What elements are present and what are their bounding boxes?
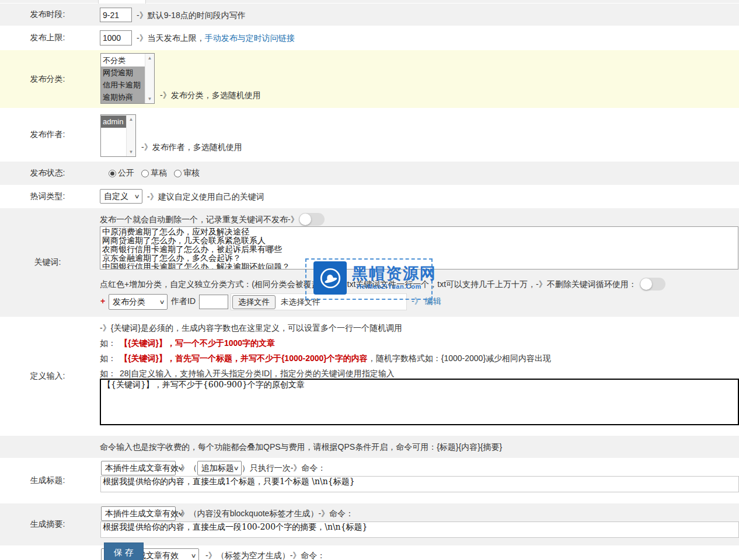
chevron-down-icon: ∨ — [159, 299, 165, 305]
row-publish-status: 发布状态: 公开草稿审核 — [0, 162, 739, 185]
category-scrollbar[interactable]: ▲ ▼ — [145, 54, 154, 103]
example-rest: ，随机字数格式如：{1000-2000}减少相同内容出现 — [368, 354, 551, 364]
publish-category-multiselect[interactable]: 不分类网贷逾期信用卡逾期逾期协商 ▲ ▼ — [100, 53, 155, 104]
publish-status-label: 发布状态: — [0, 168, 95, 178]
publish-time-label: 发布时段: — [0, 9, 95, 20]
publish-author-label: 发布作者: — [0, 130, 95, 140]
example-prefix: 如： — [100, 354, 116, 364]
gen-summary-mode-select[interactable]: 本插件生成文章有效 ∨ — [101, 506, 176, 521]
gen-summary-mid: -》（内容没有blockquote标签才生成）-》命令： — [178, 509, 354, 519]
row-publish-time: 发布时段: -》默认9-18点的时间段内写作 — [0, 4, 739, 26]
scroll-up-icon[interactable]: ▲ — [145, 55, 154, 61]
no-file-text: 未选择文件 — [281, 297, 320, 307]
publish-author-multiselect[interactable]: admin ▲ ▼ — [100, 114, 136, 157]
bottom-mid-text: -》（标签为空才生成）-》命令： — [205, 551, 325, 560]
radio-icon[interactable] — [174, 170, 182, 177]
row-publish-category: 发布分类: 不分类网贷逾期信用卡逾期逾期协商 ▲ ▼ -》发布分类，多选随机使用 — [0, 50, 739, 108]
status-radio-草稿[interactable]: 草稿 — [141, 168, 167, 178]
example-red-1: 【{关键词}】，写一个不少于1000字的文章 — [120, 338, 275, 349]
scroll-up-icon[interactable]: ▲ — [127, 117, 135, 122]
gen-title-label: 生成标题: — [0, 475, 95, 486]
chevron-down-icon: ∨ — [190, 552, 196, 559]
row-gen-title: 生成标题: 本插件生成文章有效 ∨ -》（ 追加标题 ∨ ）只执行一次-》命令：… — [0, 458, 739, 503]
keywords-textarea[interactable]: 中原消费逾期了怎么办，应对及解决途径 网商贷逾期了怎么办，几天会联系紧急联系人 … — [100, 226, 738, 270]
row-publish-author: 发布作者: admin ▲ ▼ -》发布作者，多选随机使用 — [0, 108, 739, 162]
example-prefix: 如： — [100, 369, 116, 379]
radio-icon[interactable] — [141, 170, 149, 177]
row-hotword-type: 热词类型: 自定义 ∨ -》建议自定义使用自己的关键词 — [0, 185, 739, 208]
row-define-input: 定义输入: -》{关键词}是必须的，生成内容字数也在这里定义，可以设置多个一行一… — [0, 317, 739, 436]
radio-label: 公开 — [118, 168, 134, 178]
example-line-3: 28|自定义输入，支持输入开头指定分类ID|，指定分类的关键词使用指定输入 — [120, 369, 395, 379]
option-信用卡逾期[interactable]: 信用卡逾期 — [101, 79, 145, 91]
add-category-button[interactable]: + — [100, 296, 105, 306]
gen-summary-label: 生成摘要: — [0, 519, 95, 530]
row-keywords: 关键词: 发布一个就会自动删除一个，记录重复关键词不发布-》 中原消费逾期了怎么… — [0, 208, 739, 317]
row-command-note: 命令输入也是按字收费的，每个功能都会叠加QPS与费用，请根据QPS条件开启，命令… — [0, 436, 739, 458]
publish-limit-input[interactable] — [100, 30, 132, 46]
keyword-file-input[interactable]: 选择文件 未选择文件 — [231, 293, 407, 310]
option-网贷逾期[interactable]: 网贷逾期 — [101, 66, 145, 79]
keywords-hint: 点红色+增加分类，自定义独立分类方式：(相同分类会被覆盖)，上传txt关键词文件… — [100, 279, 637, 290]
save-button[interactable]: 保 存 — [104, 542, 144, 560]
example-red-2: 【{关键词}】，首先写一个标题，并写不少于{1000-2000}个字的内容 — [120, 354, 368, 364]
append-title-select[interactable]: 追加标题 ∨ — [197, 461, 242, 475]
edit-link[interactable]: 编辑 — [425, 296, 441, 307]
define-input-line1: -》{关键词}是必须的，生成内容字数也在这里定义，可以设置多个一行一个随机调用 — [100, 323, 402, 334]
option-逾期协商[interactable]: 逾期协商 — [101, 91, 145, 103]
gen-summary-command-textarea[interactable]: 根据我提供给你的内容，直接生成一段100-200个字的摘要，\n\n{标题} — [100, 522, 739, 538]
gen-title-command-textarea[interactable]: 根据我提供给你的内容，直接生成1个标题，只要1个标题 \n\n{标题} — [100, 476, 739, 492]
publish-limit-label: 发布上限: — [0, 33, 95, 43]
chevron-down-icon: ∨ — [233, 465, 239, 471]
keyword-category-select[interactable]: 发布分类 ∨ — [109, 294, 168, 310]
publish-category-desc: -》发布分类，多选随机使用 — [160, 90, 261, 101]
define-input-textarea[interactable]: 【{关键词}】，并写不少于{600-900}个字的原创文章 — [100, 379, 739, 425]
keywords-toggle-desc: 发布一个就会自动删除一个，记录重复关键词不发布-》 — [100, 215, 299, 225]
author-scrollbar[interactable]: ▲ ▼ — [126, 115, 135, 156]
manual-publish-link[interactable]: 手动发布与定时访问链接 — [205, 33, 295, 44]
publish-category-label: 发布分类: — [0, 74, 95, 85]
gen-title-mode-select[interactable]: 本插件生成文章有效 ∨ — [101, 461, 176, 475]
chevron-down-icon: ∨ — [178, 510, 184, 517]
plugin-settings-page: 发布时段: -》默认9-18点的时间段内写作 发布上限: -》当天发布上限， 手… — [0, 0, 739, 560]
keywords-label: 关键词: — [0, 257, 95, 268]
keep-keywords-toggle[interactable] — [640, 278, 665, 290]
edit-arrow: -》 — [412, 296, 423, 307]
command-note-text: 命令输入也是按字收费的，每个功能都会叠加QPS与费用，请根据QPS条件开启，命令… — [100, 442, 502, 453]
define-input-label: 定义输入: — [0, 371, 95, 382]
option-不分类[interactable]: 不分类 — [101, 54, 145, 66]
auto-delete-toggle[interactable] — [299, 213, 325, 226]
publish-limit-desc: -》当天发布上限， — [137, 33, 205, 44]
chevron-down-icon: ∨ — [178, 465, 184, 471]
hotword-type-desc: -》建议自定义使用自己的关键词 — [147, 192, 264, 202]
status-radio-审核[interactable]: 审核 — [174, 168, 200, 178]
gen-title-mid2: ）只执行一次-》命令： — [242, 463, 326, 474]
radio-icon[interactable] — [109, 170, 116, 177]
publish-time-desc: -》默认9-18点的时间段内写作 — [137, 10, 246, 21]
radio-label: 草稿 — [151, 168, 167, 178]
publish-time-input[interactable] — [100, 8, 132, 22]
example-prefix: 如： — [100, 338, 116, 349]
hotword-type-select[interactable]: 自定义 ∨ — [100, 189, 142, 204]
scroll-down-icon[interactable]: ▼ — [145, 96, 154, 102]
row-gen-summary: 生成摘要: 本插件生成文章有效 ∨ -》（内容没有blockquote标签才生成… — [0, 503, 739, 545]
author-id-input[interactable] — [199, 295, 228, 309]
status-radio-公开[interactable]: 公开 — [109, 168, 134, 178]
scroll-down-icon[interactable]: ▼ — [127, 149, 135, 155]
radio-label: 审核 — [183, 168, 200, 178]
row-publish-limit: 发布上限: -》当天发布上限， 手动发布与定时访问链接 — [0, 26, 739, 50]
hotword-type-label: 热词类型: — [0, 191, 95, 202]
choose-file-button[interactable]: 选择文件 — [232, 295, 276, 309]
option-admin[interactable]: admin — [101, 116, 126, 128]
chevron-down-icon: ∨ — [134, 193, 140, 200]
publish-author-desc: -》发布作者，多选随机使用 — [141, 142, 242, 153]
